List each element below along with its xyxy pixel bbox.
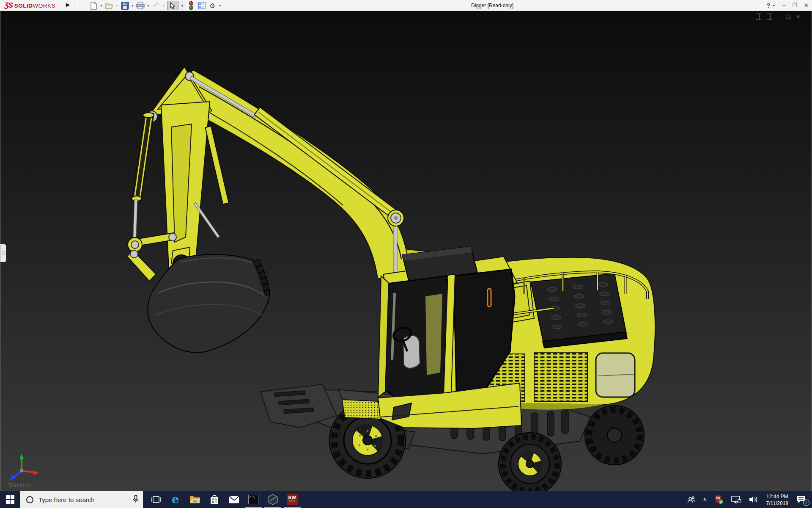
toolbar-separator: [74, 1, 74, 10]
search-input[interactable]: [38, 496, 123, 503]
select-tool-caret-icon[interactable]: ▾: [180, 1, 185, 10]
taskbar-app-solidworks[interactable]: SW 2017: [283, 491, 302, 508]
minimize-button[interactable]: –: [782, 0, 785, 11]
featuremanager-collapsed-tab[interactable]: [0, 244, 6, 262]
orientation-triad-icon: [4, 452, 39, 482]
save-button[interactable]: [120, 1, 129, 10]
solidworks-2017-icon: SW 2017: [287, 494, 298, 505]
taskbar-app-mail[interactable]: [224, 491, 244, 508]
document-window-controls: – ❐ ✕: [756, 14, 801, 20]
close-button[interactable]: ✕: [804, 0, 809, 11]
taskbar-app-command-prompt[interactable]: C:\_: [244, 491, 263, 508]
restore-button[interactable]: ❐: [792, 0, 797, 11]
chevron-up-icon: ∧: [703, 497, 707, 502]
mail-icon: [229, 496, 239, 504]
standard-toolbar: ▾ ▾ ▾ ▾ ↶ ▾ ▾ ⚙ ▾: [89, 0, 222, 11]
people-icon: [687, 496, 695, 503]
cortana-circle-icon: [26, 496, 33, 503]
graphics-viewport[interactable]: – ❐ ✕ *Dimetric: [0, 11, 812, 491]
taskbar-app-store[interactable]: [205, 491, 224, 508]
document-title: Digger [Read-only]: [471, 0, 513, 11]
notification-badge: 2: [803, 500, 809, 506]
file-explorer-icon: [189, 495, 200, 504]
taskbar-search[interactable]: [20, 491, 143, 508]
tray-date: 7/11/2018: [766, 500, 789, 507]
display-options-icon[interactable]: [197, 1, 206, 10]
system-tray: ∧ SW: [683, 491, 812, 508]
settings-gear-icon[interactable]: ⚙: [208, 1, 217, 10]
edrawings-hexagon-icon: [267, 494, 278, 505]
dassault-3s-logo-icon: ƷS: [4, 1, 13, 10]
help-caret-icon[interactable]: ▾: [772, 4, 776, 8]
settings-caret-icon[interactable]: ▾: [218, 4, 222, 8]
rebuild-traffic-light-icon[interactable]: [187, 1, 196, 10]
print-button[interactable]: [136, 1, 145, 10]
network-button[interactable]: [727, 491, 745, 508]
print-caret-icon[interactable]: ▾: [146, 4, 150, 8]
people-button[interactable]: [683, 491, 699, 508]
title-bar: ƷS SOLIDWORKS ▶ ▾ ▾ ▾ ▾ ↶ ▾ ▾: [0, 0, 812, 11]
view-orientation-label: *Dimetric: [8, 482, 31, 488]
new-document-caret-icon[interactable]: ▾: [99, 4, 103, 8]
command-prompt-icon: C:\_: [248, 495, 258, 504]
display-pane-icon[interactable]: [767, 14, 772, 20]
undo-caret-icon[interactable]: ▾: [162, 4, 166, 8]
undo-button[interactable]: ↶: [151, 1, 161, 10]
edge-icon: e: [172, 494, 179, 505]
taskbar-app-edrawings[interactable]: [263, 491, 283, 508]
doc-restore-button[interactable]: ❐: [786, 14, 791, 20]
microphone-icon[interactable]: [133, 495, 139, 503]
cursor-arrow-icon: [170, 2, 176, 9]
speaker-icon: [749, 496, 758, 503]
taskbar-app-edge[interactable]: e: [166, 491, 185, 508]
volume-button[interactable]: [745, 491, 762, 508]
windows-taskbar: e C:\_: [0, 491, 812, 508]
brand-solid: SOLID: [14, 3, 33, 9]
taskbar-app-file-explorer[interactable]: [185, 491, 205, 508]
windows-logo-icon: [6, 495, 14, 504]
action-center-button[interactable]: 2: [793, 491, 812, 508]
undo-icon: ↶: [153, 1, 159, 10]
new-document-button[interactable]: [89, 1, 98, 10]
open-button[interactable]: [104, 1, 114, 10]
svg-text:SW: SW: [716, 496, 720, 499]
sw-shield-check-icon: SW: [714, 494, 724, 505]
solidworks-logo: ƷS SOLIDWORKS: [4, 0, 55, 11]
help-button[interactable]: ?: [767, 2, 771, 9]
start-button[interactable]: [0, 491, 20, 508]
brand-works: WORKS: [33, 3, 56, 9]
task-view-icon: [151, 495, 161, 504]
open-caret-icon[interactable]: ▾: [115, 4, 119, 8]
show-hidden-icons-button[interactable]: ∧: [699, 491, 710, 508]
doc-minimize-button[interactable]: –: [778, 14, 781, 20]
select-tool-button[interactable]: [167, 1, 178, 10]
task-view-button[interactable]: [146, 491, 166, 508]
tray-time: 12:44 PM: [766, 494, 789, 500]
solidworks-window: ƷS SOLIDWORKS ▶ ▾ ▾ ▾ ▾ ↶ ▾ ▾: [0, 0, 812, 508]
window-controls: ? ▾ – ❐ ✕: [767, 0, 809, 11]
clock[interactable]: 12:44 PM 7/11/2018: [762, 491, 793, 508]
store-icon: [210, 494, 219, 505]
doc-close-button[interactable]: ✕: [796, 14, 800, 20]
featuremanager-pane-icon[interactable]: [756, 14, 761, 20]
tray-solidworks-monitor[interactable]: SW: [710, 491, 727, 508]
save-caret-icon[interactable]: ▾: [131, 4, 134, 8]
menu-flyout-arrow-icon[interactable]: ▶: [66, 2, 70, 8]
network-ethernet-icon: [731, 495, 741, 504]
excavator-model: [0, 11, 812, 491]
